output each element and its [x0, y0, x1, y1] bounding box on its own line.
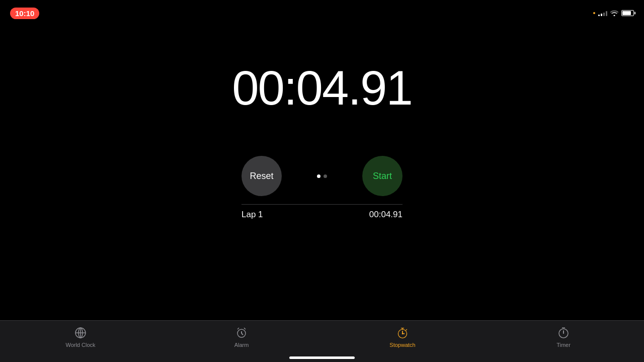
lap-row: Lap 1 00:04.91	[242, 205, 403, 220]
svg-line-15	[406, 329, 407, 330]
lap-label: Lap 1	[242, 210, 263, 220]
stopwatch-icon	[395, 326, 410, 340]
tab-timer[interactable]: Timer	[543, 326, 584, 348]
page-dot-1	[317, 174, 320, 178]
page-dots	[317, 174, 327, 178]
tab-alarm[interactable]: Alarm	[221, 326, 262, 348]
lap-time: 00:04.91	[369, 210, 403, 220]
controls-area: Reset Start Lap 1 00:04.91	[242, 156, 403, 220]
start-button[interactable]: Start	[362, 156, 403, 196]
tab-bar: World Clock Alarm	[0, 320, 644, 362]
tab-stopwatch-label: Stopwatch	[389, 342, 415, 348]
svg-line-7	[237, 328, 239, 329]
tab-stopwatch[interactable]: Stopwatch	[382, 326, 423, 348]
page-dot-2	[324, 174, 327, 178]
tab-world-clock[interactable]: World Clock	[60, 326, 101, 348]
world-clock-icon	[73, 326, 88, 340]
svg-line-8	[244, 328, 246, 329]
svg-line-6	[242, 333, 243, 335]
main-content: 00:04.91 Reset Start Lap 1 00:04.91	[0, 0, 644, 362]
timer-display: 00:04.91	[232, 60, 412, 116]
tab-alarm-label: Alarm	[234, 342, 249, 348]
timer-icon	[556, 326, 571, 340]
tab-timer-label: Timer	[556, 342, 571, 348]
home-indicator	[289, 356, 355, 359]
tab-world-clock-label: World Clock	[65, 342, 95, 348]
buttons-row: Reset Start	[242, 156, 403, 196]
alarm-icon	[234, 326, 249, 340]
reset-button[interactable]: Reset	[242, 156, 282, 196]
svg-point-12	[402, 333, 404, 334]
